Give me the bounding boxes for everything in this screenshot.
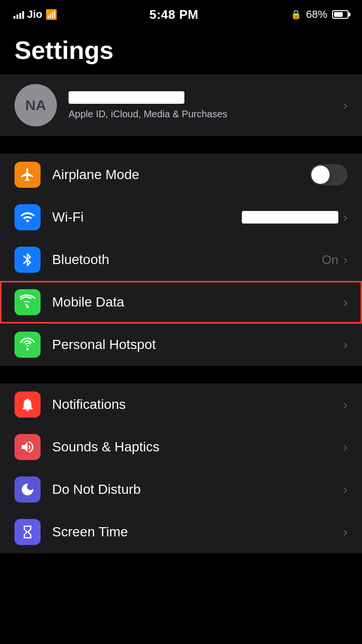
do-not-disturb-chevron-icon: ›: [343, 482, 348, 497]
wifi-status-icon: 📶: [45, 9, 57, 20]
orientation-lock-icon: 🔒: [291, 9, 301, 20]
page-title: Settings: [14, 36, 348, 65]
do-not-disturb-label: Do Not Disturb: [52, 482, 343, 497]
profile-chevron-icon: ›: [343, 98, 348, 113]
bluetooth-label: Bluetooth: [52, 252, 322, 267]
notifications-svg: [20, 397, 35, 412]
personal-hotspot-chevron-icon: ›: [343, 337, 348, 352]
airplane-mode-label: Airplane Mode: [52, 167, 310, 182]
battery-container: [332, 10, 348, 19]
sounds-haptics-row[interactable]: Sounds & Haptics ›: [0, 426, 362, 468]
profile-info: Apple ID, iCloud, Media & Purchases: [69, 91, 332, 120]
page-header: Settings: [0, 26, 362, 74]
sounds-haptics-icon: [14, 434, 41, 460]
profile-section: NA Apple ID, iCloud, Media & Purchases ›: [0, 74, 362, 136]
signal-bars-icon: [14, 10, 24, 19]
wifi-row[interactable]: Wi-Fi ›: [0, 196, 362, 238]
svg-point-0: [26, 306, 28, 308]
battery-percent-label: 68%: [306, 8, 327, 21]
status-right: 🔒 68%: [291, 8, 348, 21]
toggle-thumb: [311, 166, 330, 184]
battery-fill: [334, 12, 343, 17]
bluetooth-value: On: [322, 252, 339, 267]
airplane-mode-row[interactable]: Airplane Mode: [0, 154, 362, 196]
screen-time-row[interactable]: Screen Time ›: [0, 511, 362, 553]
airplane-svg: [20, 167, 35, 182]
avatar: NA: [14, 84, 57, 126]
sounds-haptics-chevron-icon: ›: [343, 440, 348, 455]
status-bar: Jio 📶 5:48 PM 🔒 68%: [0, 0, 362, 26]
airplane-mode-toggle[interactable]: [310, 164, 348, 185]
mobile-data-svg: [20, 294, 35, 310]
status-time: 5:48 PM: [149, 7, 198, 22]
notifications-label: Notifications: [52, 397, 343, 412]
profile-row[interactable]: NA Apple ID, iCloud, Media & Purchases ›: [0, 74, 362, 136]
screen-time-icon: [14, 519, 41, 545]
system-section: Notifications › Sounds & Haptics › Do No…: [0, 383, 362, 553]
signal-bar-1: [14, 16, 15, 19]
hourglass-svg: [20, 524, 35, 540]
section-gap-2: [0, 366, 362, 383]
wifi-chevron-icon: ›: [343, 210, 348, 225]
wifi-value-redacted: [242, 211, 338, 224]
signal-bar-4: [22, 11, 24, 19]
wifi-svg: [20, 210, 35, 225]
wifi-label: Wi-Fi: [52, 210, 242, 225]
personal-hotspot-icon: [14, 332, 41, 358]
status-left: Jio 📶: [14, 8, 57, 21]
profile-name-redacted: [69, 91, 184, 104]
profile-subtitle: Apple ID, iCloud, Media & Purchases: [69, 109, 332, 120]
notifications-chevron-icon: ›: [343, 397, 348, 412]
notifications-icon: [14, 392, 41, 418]
mobile-data-row[interactable]: Mobile Data ›: [0, 281, 362, 323]
do-not-disturb-icon: [14, 476, 41, 503]
connectivity-section: Airplane Mode Wi-Fi › Bluetooth On ›: [0, 154, 362, 366]
notifications-row[interactable]: Notifications ›: [0, 383, 362, 426]
carrier-label: Jio: [27, 8, 42, 21]
screen-time-label: Screen Time: [52, 524, 343, 540]
personal-hotspot-row[interactable]: Personal Hotspot ›: [0, 323, 362, 366]
avatar-initials: NA: [25, 97, 46, 113]
bluetooth-chevron-icon: ›: [343, 252, 348, 267]
mobile-data-label: Mobile Data: [52, 294, 343, 310]
mobile-data-chevron-icon: ›: [343, 295, 348, 310]
mobile-data-icon: [14, 289, 41, 315]
wifi-icon: [14, 204, 41, 230]
bluetooth-svg: [20, 252, 35, 267]
signal-bar-3: [19, 13, 21, 19]
section-gap-1: [0, 136, 362, 154]
bluetooth-row[interactable]: Bluetooth On ›: [0, 238, 362, 281]
airplane-mode-icon: [14, 162, 41, 188]
hotspot-svg: [20, 337, 35, 352]
signal-bar-2: [16, 14, 18, 19]
personal-hotspot-label: Personal Hotspot: [52, 337, 343, 352]
screen-time-chevron-icon: ›: [343, 525, 348, 540]
do-not-disturb-row[interactable]: Do Not Disturb ›: [0, 468, 362, 511]
moon-svg: [20, 482, 35, 497]
bluetooth-icon: [14, 247, 41, 273]
sounds-svg: [20, 439, 35, 455]
battery-icon: [332, 10, 348, 19]
sounds-haptics-label: Sounds & Haptics: [52, 439, 343, 455]
